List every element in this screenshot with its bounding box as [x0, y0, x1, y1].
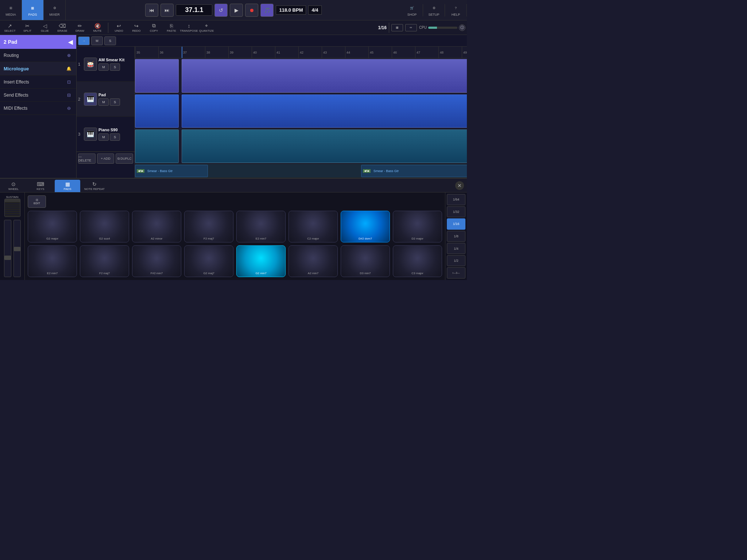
grid-button[interactable]: ▦	[391, 24, 403, 31]
pad-g2-maj7[interactable]: G2 maj7	[184, 245, 233, 277]
track-s-btn[interactable]: S	[104, 36, 116, 45]
edit-bar: ⊡ EDIT	[28, 195, 442, 208]
pad-g2-sus4[interactable]: G2 sus4	[80, 211, 129, 242]
play-button[interactable]: ▶	[230, 4, 243, 17]
metronome-button[interactable]: 🎵	[260, 4, 274, 17]
pad-e2-min7[interactable]: E2 min7	[236, 211, 286, 242]
track-routing-btn[interactable]: →	[78, 36, 90, 45]
clip-1-2[interactable]	[182, 59, 467, 93]
timeline-track-1[interactable]	[135, 58, 467, 94]
loop-button[interactable]: ↺	[214, 4, 228, 17]
clip-2-2[interactable]	[182, 94, 467, 128]
goto-start-button[interactable]: ⏮	[145, 4, 158, 17]
select-tool[interactable]: ↗ SELECT	[1, 21, 18, 34]
close-button[interactable]: ✕	[455, 181, 464, 190]
glue-tool[interactable]: ◁ GLUE	[36, 21, 53, 34]
record-button[interactable]: ⏺	[245, 4, 258, 17]
pad-c3-major[interactable]: C3 major	[393, 245, 442, 277]
track-3-icon: 🎹	[84, 128, 97, 141]
setup-button[interactable]: ⚙ SETUP	[423, 4, 445, 16]
pad-f2-maj7[interactable]: F2 maj7	[184, 211, 233, 242]
pad-a2-min7[interactable]: A2 min7	[289, 245, 338, 277]
stretch-button[interactable]: ⇔	[405, 24, 417, 31]
help-button[interactable]: ? HELP	[445, 4, 467, 16]
delete-track-btn[interactable]: — DELETE	[78, 153, 96, 164]
tab-pads[interactable]: ▦ PADS	[55, 180, 80, 192]
add-track-btn[interactable]: + ADD	[97, 153, 115, 164]
track-3-solo-btn[interactable]: S	[110, 133, 120, 141]
duplicate-track-btn[interactable]: ⧉ DUPLC	[116, 153, 133, 164]
clip-2-1[interactable]	[135, 94, 179, 128]
info-button[interactable]: ⓘ	[459, 24, 465, 31]
track-1-controls: M S	[98, 63, 133, 71]
bpm-display[interactable]: 118.0 BPM	[276, 5, 306, 15]
tab-wheel[interactable]: ⊙ WHEEL	[1, 180, 26, 192]
note-val-1-2[interactable]: 1/2	[447, 255, 465, 267]
pad-c2-major[interactable]: C2 major	[289, 211, 338, 242]
clip-3-2[interactable]	[182, 129, 467, 163]
mod-slider[interactable]	[4, 220, 11, 277]
edit-button[interactable]: ⊡ EDIT	[28, 195, 46, 208]
pad-a2-minor[interactable]: A2 minor	[132, 211, 181, 242]
erase-tool[interactable]: ⌫ ERASE	[54, 21, 71, 34]
timeline-track-3[interactable]	[135, 129, 467, 164]
midi-effects-section[interactable]: MIDI Effects ⊖	[0, 102, 76, 115]
pads-button[interactable]: ▦ PADS	[22, 0, 44, 20]
mixer-button[interactable]: ⚙ MIXER	[44, 0, 66, 20]
goto-end-button[interactable]: ⏭	[160, 4, 174, 17]
pad-d2-major[interactable]: D2 major	[393, 211, 442, 242]
pad-f2-min7[interactable]: F#2 min7	[132, 245, 181, 277]
insert-effects-section[interactable]: Insert Effects ⊡	[0, 75, 76, 89]
media-button[interactable]: ⊞ MEDIA	[0, 0, 22, 20]
time-sig-display[interactable]: 4/4	[308, 5, 321, 15]
tab-note-repeat[interactable]: ↻ NOTE REPEAT	[82, 180, 107, 192]
copy-button[interactable]: ⧉ COPY	[146, 21, 162, 34]
note-val-1-64[interactable]: 1/64	[447, 194, 465, 205]
pad-d3-min7[interactable]: D3 min7	[341, 245, 390, 277]
clip-3-1[interactable]	[135, 129, 179, 163]
pitch-slider[interactable]	[13, 220, 21, 277]
mute-tool[interactable]: 🔇 MUTE	[89, 21, 106, 34]
pad-d2-dom7[interactable]: D#2 dom7	[341, 211, 390, 242]
track-2-mute-btn[interactable]: M	[98, 98, 109, 106]
top-track-bar: → M S	[77, 35, 467, 47]
instrument-section[interactable]: Micrologue 🔔	[0, 62, 76, 75]
quantize-value[interactable]: 1/16	[378, 25, 387, 30]
send-effects-section[interactable]: Send Effects ⊟	[0, 89, 76, 102]
note-val-1-16[interactable]: 1/16	[447, 218, 465, 230]
waveform-block-2[interactable]: ◀A▶ Smear - Bass Gtr	[361, 165, 467, 177]
quantize-button[interactable]: ⌖ QUANTIZE	[198, 21, 215, 34]
routing-section[interactable]: Routing ⊕	[0, 49, 76, 62]
track-1-solo-btn[interactable]: S	[110, 63, 120, 71]
ruler-mark-41: 41	[275, 47, 280, 58]
waveform-block-1[interactable]: ◀A▶ Smear - Bass Gtr	[135, 165, 208, 177]
paste-button[interactable]: ⎘ PASTE	[163, 21, 180, 34]
shop-button[interactable]: 🛒 SHOP	[401, 4, 423, 16]
draw-tool[interactable]: ✏ DRAW	[71, 21, 88, 34]
split-tool[interactable]: ✂ SPLIT	[19, 21, 36, 34]
redo-button[interactable]: ↪ REDO	[128, 21, 145, 34]
pad-f2-maj7-b[interactable]: F2 maj7	[80, 245, 129, 277]
pad-g2-min7[interactable]: G2 min7	[236, 245, 286, 277]
note-val-1-32[interactable]: 1/32	[447, 206, 465, 218]
playhead	[182, 47, 182, 58]
active-track-header[interactable]: 2 Pad ◀	[0, 35, 76, 49]
track-2-solo-btn[interactable]: S	[110, 98, 120, 106]
redo-icon: ↪	[134, 23, 139, 29]
undo-button[interactable]: ↩ UNDO	[111, 21, 127, 34]
transpose-button[interactable]: ↕ TRANSPOSE	[181, 21, 197, 34]
sustain-block[interactable]	[4, 199, 20, 217]
clip-1-1[interactable]	[135, 59, 179, 93]
ruler-mark-44: 44	[345, 47, 350, 58]
track-1-mute-btn[interactable]: M	[98, 63, 109, 71]
note-val-1-4[interactable]: 1/4	[447, 243, 465, 254]
track-m-btn[interactable]: M	[91, 36, 103, 45]
pad-e2-min7-b[interactable]: E2 min7	[28, 245, 77, 277]
tab-keys[interactable]: ⌨ KEYS	[28, 180, 53, 192]
note-val-1-8[interactable]: 1/8	[447, 231, 465, 242]
pad-g2-major[interactable]: G2 major	[28, 211, 77, 242]
note-val-special[interactable]: r—3—	[447, 267, 465, 279]
track-3-mute-btn[interactable]: M	[98, 133, 109, 141]
timeline-track-2[interactable]	[135, 94, 467, 129]
audio-track[interactable]: ◀A▶ Smear - Bass Gtr ◀A▶ Smear - Bass Gt…	[135, 164, 467, 178]
